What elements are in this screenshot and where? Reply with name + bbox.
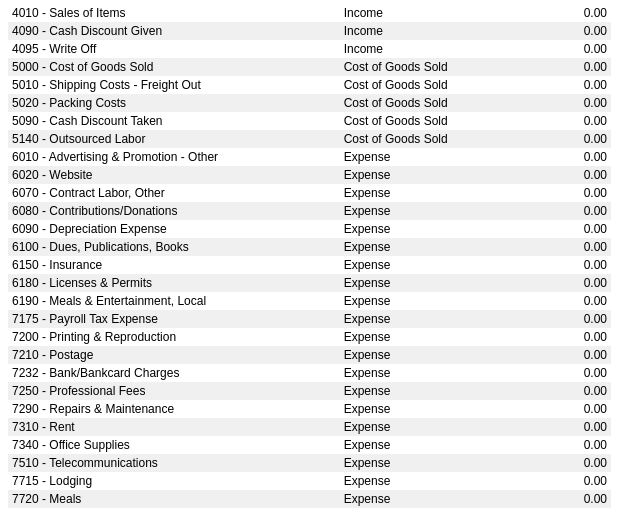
table-row: 5010 - Shipping Costs - Freight OutCost … <box>8 76 611 94</box>
account-name: 4090 - Cash Discount Given <box>8 22 340 40</box>
table-row: 4010 - Sales of ItemsIncome0.00 <box>8 4 611 22</box>
account-type: Expense <box>340 310 521 328</box>
account-type: Cost of Goods Sold <box>340 130 521 148</box>
account-type: Cost of Goods Sold <box>340 58 521 76</box>
account-name: 7200 - Printing & Reproduction <box>8 328 340 346</box>
account-amount: 0.00 <box>521 472 611 490</box>
account-type: Expense <box>340 436 521 454</box>
account-amount: 0.00 <box>521 328 611 346</box>
account-amount: 0.00 <box>521 148 611 166</box>
table-row: 7310 - RentExpense0.00 <box>8 418 611 436</box>
account-name: 6070 - Contract Labor, Other <box>8 184 340 202</box>
account-type: Income <box>340 4 521 22</box>
account-type: Expense <box>340 220 521 238</box>
account-amount: 0.00 <box>521 256 611 274</box>
account-amount: 0.00 <box>521 94 611 112</box>
account-name: 7310 - Rent <box>8 418 340 436</box>
account-name: 7290 - Repairs & Maintenance <box>8 400 340 418</box>
account-name: 6080 - Contributions/Donations <box>8 202 340 220</box>
table-row: 4090 - Cash Discount GivenIncome0.00 <box>8 22 611 40</box>
account-amount: 0.00 <box>521 22 611 40</box>
account-type: Expense <box>340 328 521 346</box>
table-row: 6010 - Advertising & Promotion - OtherEx… <box>8 148 611 166</box>
account-amount: 0.00 <box>521 400 611 418</box>
account-amount: 0.00 <box>521 166 611 184</box>
account-type: Expense <box>340 490 521 508</box>
account-type: Income <box>340 40 521 58</box>
account-amount: 0.00 <box>521 274 611 292</box>
table-row: 6180 - Licenses & PermitsExpense0.00 <box>8 274 611 292</box>
account-name: 7715 - Lodging <box>8 472 340 490</box>
table-row: 4095 - Write OffIncome0.00 <box>8 40 611 58</box>
account-name: 6010 - Advertising & Promotion - Other <box>8 148 340 166</box>
table-row: 6080 - Contributions/DonationsExpense0.0… <box>8 202 611 220</box>
account-type: Expense <box>340 166 521 184</box>
account-name: 6180 - Licenses & Permits <box>8 274 340 292</box>
table-row: 5000 - Cost of Goods SoldCost of Goods S… <box>8 58 611 76</box>
account-type: Expense <box>340 238 521 256</box>
table-row: 5140 - Outsourced LaborCost of Goods Sol… <box>8 130 611 148</box>
account-type: Expense <box>340 256 521 274</box>
account-amount: 0.00 <box>521 238 611 256</box>
account-amount: 0.00 <box>521 454 611 472</box>
account-type: Expense <box>340 472 521 490</box>
table-row: 7210 - PostageExpense0.00 <box>8 346 611 364</box>
account-amount: 0.00 <box>521 418 611 436</box>
account-amount: 0.00 <box>521 40 611 58</box>
account-type: Expense <box>340 382 521 400</box>
account-amount: 0.00 <box>521 220 611 238</box>
account-amount: 0.00 <box>521 436 611 454</box>
table-row: 5020 - Packing CostsCost of Goods Sold0.… <box>8 94 611 112</box>
account-type: Expense <box>340 400 521 418</box>
account-name: 5010 - Shipping Costs - Freight Out <box>8 76 340 94</box>
account-name: 6150 - Insurance <box>8 256 340 274</box>
account-amount: 0.00 <box>521 4 611 22</box>
account-amount: 0.00 <box>521 310 611 328</box>
table-row: 7340 - Office SuppliesExpense0.00 <box>8 436 611 454</box>
account-type: Cost of Goods Sold <box>340 76 521 94</box>
account-name: 6100 - Dues, Publications, Books <box>8 238 340 256</box>
account-name: 4095 - Write Off <box>8 40 340 58</box>
account-type: Expense <box>340 184 521 202</box>
account-amount: 0.00 <box>521 58 611 76</box>
account-name: 6190 - Meals & Entertainment, Local <box>8 292 340 310</box>
table-row: 6150 - InsuranceExpense0.00 <box>8 256 611 274</box>
table-row: 5090 - Cash Discount TakenCost of Goods … <box>8 112 611 130</box>
account-name: 6090 - Depreciation Expense <box>8 220 340 238</box>
account-type: Expense <box>340 346 521 364</box>
accounts-table: 4010 - Sales of ItemsIncome0.004090 - Ca… <box>8 4 611 510</box>
account-name: 6020 - Website <box>8 166 340 184</box>
table-row: 7715 - LodgingExpense0.00 <box>8 472 611 490</box>
account-name: 7175 - Payroll Tax Expense <box>8 310 340 328</box>
account-amount: 0.00 <box>521 490 611 508</box>
account-amount: 0.00 <box>521 346 611 364</box>
table-row: 6190 - Meals & Entertainment, LocalExpen… <box>8 292 611 310</box>
account-name: 7510 - Telecommunications <box>8 454 340 472</box>
table-row: 6020 - WebsiteExpense0.00 <box>8 166 611 184</box>
account-type: Cost of Goods Sold <box>340 112 521 130</box>
account-type: Expense <box>340 418 521 436</box>
table-row: 6100 - Dues, Publications, BooksExpense0… <box>8 238 611 256</box>
table-row: 7232 - Bank/Bankcard ChargesExpense0.00 <box>8 364 611 382</box>
account-amount: 0.00 <box>521 202 611 220</box>
account-amount: 0.00 <box>521 382 611 400</box>
account-name: 5020 - Packing Costs <box>8 94 340 112</box>
account-amount: 0.00 <box>521 364 611 382</box>
account-type: Expense <box>340 292 521 310</box>
table-row: 7510 - TelecommunicationsExpense0.00 <box>8 454 611 472</box>
account-type: Income <box>340 22 521 40</box>
account-amount: 0.00 <box>521 130 611 148</box>
account-name: 5000 - Cost of Goods Sold <box>8 58 340 76</box>
accounts-table-container: 4010 - Sales of ItemsIncome0.004090 - Ca… <box>0 0 619 510</box>
account-name: 5140 - Outsourced Labor <box>8 130 340 148</box>
table-row: 7290 - Repairs & MaintenanceExpense0.00 <box>8 400 611 418</box>
account-amount: 0.00 <box>521 292 611 310</box>
account-name: 4010 - Sales of Items <box>8 4 340 22</box>
table-row: 7200 - Printing & ReproductionExpense0.0… <box>8 328 611 346</box>
account-amount: 0.00 <box>521 184 611 202</box>
account-type: Expense <box>340 364 521 382</box>
account-name: 7720 - Meals <box>8 490 340 508</box>
account-type: Cost of Goods Sold <box>340 94 521 112</box>
table-row: 7175 - Payroll Tax ExpenseExpense0.00 <box>8 310 611 328</box>
table-row: 6070 - Contract Labor, OtherExpense0.00 <box>8 184 611 202</box>
